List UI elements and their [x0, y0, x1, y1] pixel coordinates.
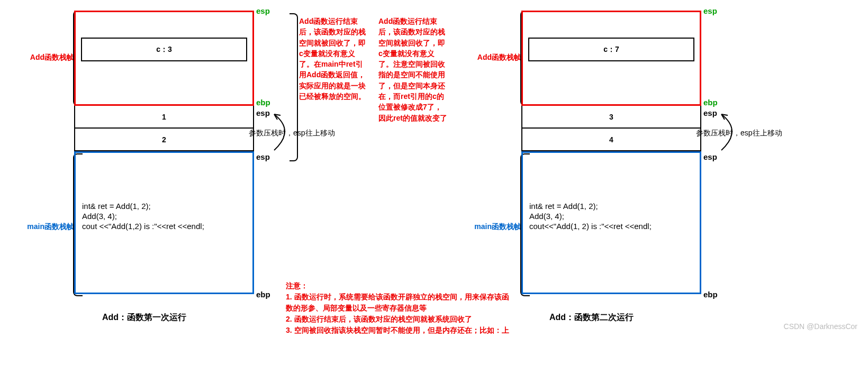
esp-label-r2: esp	[703, 108, 717, 117]
notes-item: 3. 空间被回收指该块栈空间暂时不能使用，但是内存还在；比如：上课要申请教室，上…	[286, 325, 513, 334]
main-frame-box: int& ret = Add(1, 2); Add(3, 4); cout <<…	[74, 151, 254, 294]
code-line: int& ret = Add(1, 2);	[82, 202, 246, 211]
ebp-label-r2: ebp	[703, 290, 718, 299]
ebp-label-2: ebp	[256, 290, 270, 299]
add-frame-box: c：3	[74, 11, 254, 106]
esp-label-2: esp	[256, 108, 270, 117]
main-frame-label: main函数栈帧	[27, 222, 74, 232]
arrow-icon-r	[717, 112, 749, 152]
notes-item: 1. 函数运行时，系统需要给该函数开辟独立的栈空间，用来保存该函数的形参、局部变…	[286, 291, 513, 314]
c-value-cell: c：3	[81, 38, 247, 61]
notes-item: 2. 函数运行结束后，该函数对应的栈空间就被系统回收了	[286, 314, 513, 325]
esp-label-r3: esp	[703, 152, 717, 161]
notes-block: 注意： 1. 函数运行时，系统需要给该函数开辟独立的栈空间，用来保存该函数的形参…	[286, 280, 513, 334]
arg2-cell: 2	[74, 127, 254, 151]
mid-explanation-2: Add函数运行结束后，该函数对应的栈空间就被回收了，即c变量就没有意义了。注意空…	[378, 17, 447, 122]
main-frame-label-r: main函数栈帧	[474, 222, 521, 232]
brace-mid	[290, 13, 298, 161]
add-frame-box-r: c：7	[521, 11, 701, 106]
add-frame-label: Add函数栈帧	[30, 53, 74, 62]
esp-label: esp	[256, 6, 270, 15]
code-line: int& ret = Add(1, 2);	[529, 202, 693, 211]
esp-label-r: esp	[703, 6, 717, 15]
arg1-cell-r: 3	[521, 105, 701, 129]
mid-explanation-1: Add函数运行结束后，该函数对应的栈空间就被回收了，即c变量就没有意义了。在ma…	[299, 17, 366, 101]
code-line: cout<<"Add(1, 2) is :"<<ret <<endl;	[529, 222, 693, 231]
arg1-cell: 1	[74, 105, 254, 129]
esp-label-3: esp	[256, 152, 270, 161]
c-value-cell-r: c：7	[528, 38, 694, 61]
watermark: CSDN @DarknessCor	[784, 322, 857, 331]
code-line: cout <<"Add(1,2) is :"<<ret <<endl;	[82, 222, 246, 231]
main-frame-box-r: int& ret = Add(1, 2); Add(3, 4); cout<<"…	[521, 151, 701, 294]
left-caption: Add：函数第一次运行	[23, 312, 266, 323]
arg2-cell-r: 4	[521, 127, 701, 151]
ebp-label-r: ebp	[703, 98, 718, 107]
ebp-label: ebp	[256, 98, 270, 107]
add-frame-label-r: Add函数栈帧	[477, 53, 521, 62]
notes-title: 注意：	[286, 280, 513, 291]
code-line: Add(3, 4);	[529, 212, 693, 221]
code-line: Add(3, 4);	[82, 212, 246, 221]
